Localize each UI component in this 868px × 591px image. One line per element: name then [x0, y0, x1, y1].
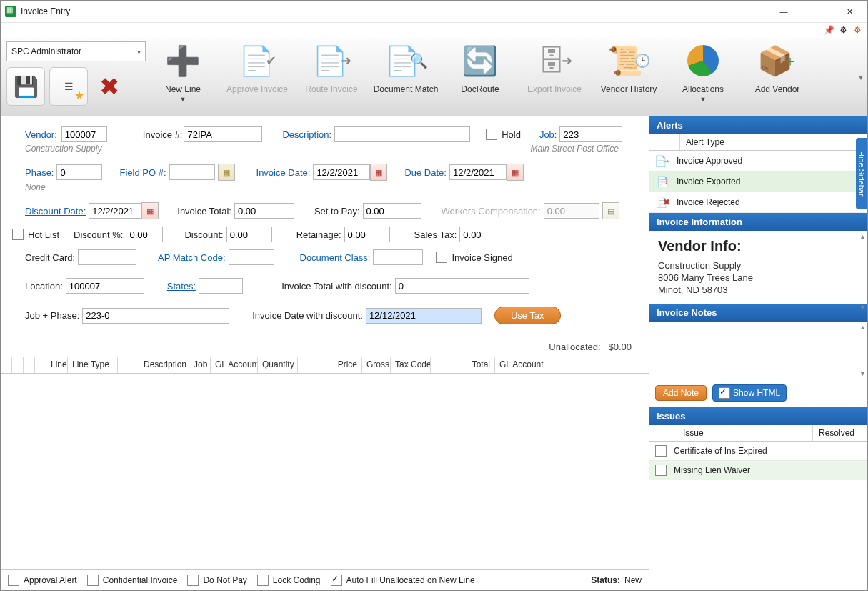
scrollbar[interactable]: ▴▾: [857, 323, 867, 377]
grid-col[interactable]: [35, 357, 46, 373]
description-field[interactable]: [334, 126, 470, 142]
autofill-checkbox[interactable]: [331, 575, 342, 586]
close-button[interactable]: ✕: [833, 1, 866, 21]
notes-area[interactable]: ▴▾: [649, 322, 867, 379]
states-label[interactable]: States:: [167, 281, 196, 292]
job-field[interactable]: [559, 126, 622, 142]
grid-col[interactable]: [1, 357, 12, 373]
discount-date-field[interactable]: [89, 203, 141, 219]
ribbon-overflow-icon[interactable]: ▾: [859, 72, 863, 82]
grid-col[interactable]: Tax Code: [391, 357, 431, 373]
location-field[interactable]: [66, 278, 144, 294]
doc-class-field[interactable]: [373, 249, 423, 265]
dropdown-arrow-icon[interactable]: ▼: [700, 96, 707, 103]
field-po-label[interactable]: Field PO #:: [119, 167, 166, 178]
calendar-icon[interactable]: ▦: [370, 164, 387, 181]
states-field[interactable]: [199, 278, 243, 294]
do-not-pay-checkbox[interactable]: [187, 575, 199, 586]
ribbon-add-vendor[interactable]: 📦＋ Add Vendor: [740, 37, 814, 94]
pin-icon[interactable]: 📌: [823, 24, 834, 36]
alert-row[interactable]: 📄↓Invoice Exported: [649, 172, 867, 192]
vendor-field[interactable]: [61, 126, 107, 142]
ap-match-field[interactable]: [229, 249, 274, 265]
grid-col[interactable]: Job: [189, 357, 211, 373]
ap-match-label[interactable]: AP Match Code:: [158, 252, 225, 263]
user-dropdown[interactable]: SPC Administrator ▾: [6, 41, 146, 61]
minimize-button[interactable]: —: [767, 1, 800, 21]
issue-checkbox[interactable]: [655, 445, 667, 457]
show-html-toggle[interactable]: Show HTML: [712, 384, 787, 402]
lock-coding-checkbox[interactable]: [257, 575, 269, 586]
maximize-button[interactable]: ☐: [800, 1, 833, 21]
gear-icon[interactable]: ⚙: [837, 24, 849, 36]
invoice-signed-checkbox[interactable]: [436, 252, 447, 263]
confidential-checkbox[interactable]: [87, 575, 99, 586]
issue-row[interactable]: Certificate of Ins Expired: [649, 442, 867, 461]
grid-col[interactable]: Line Type: [68, 357, 118, 373]
alert-row[interactable]: 📄✖Invoice Rejected: [649, 192, 867, 213]
po-lookup-icon[interactable]: ▦: [218, 164, 235, 181]
issue-row[interactable]: Missing Lien Waiver: [649, 461, 867, 480]
issue-checkbox[interactable]: [655, 465, 667, 476]
calendar-icon[interactable]: ▦: [141, 202, 159, 219]
grid-col[interactable]: Total: [459, 357, 495, 373]
delete-icon[interactable]: ✖: [92, 69, 126, 104]
phase-label[interactable]: Phase:: [25, 167, 54, 178]
doc-class-label[interactable]: Document Class:: [300, 252, 371, 263]
grid-col[interactable]: [431, 357, 459, 373]
alert-row[interactable]: 📄→Invoice Approved: [649, 151, 867, 172]
discount-pct-field[interactable]: [126, 227, 163, 242]
grid-col[interactable]: Description: [139, 357, 189, 373]
ribbon-document-match[interactable]: 📄🔍 Document Match: [369, 37, 443, 94]
ribbon-vendor-history[interactable]: 📜🕒 Vendor History: [592, 37, 666, 94]
due-date-label[interactable]: Due Date:: [404, 167, 447, 178]
phase-field[interactable]: [56, 164, 102, 180]
discount-field[interactable]: [226, 227, 272, 242]
credit-card-field[interactable]: [78, 249, 136, 265]
grid-col[interactable]: GL Account: [495, 357, 552, 373]
show-html-checkbox[interactable]: [719, 387, 730, 399]
invoice-date-label[interactable]: Invoice Date:: [256, 167, 311, 178]
set-to-pay-field[interactable]: [363, 203, 421, 219]
new-invoice-icon[interactable]: ☰ ★: [49, 67, 88, 106]
invoice-total-field[interactable]: [234, 203, 294, 219]
ribbon-allocations[interactable]: Allocations ▼: [666, 37, 740, 103]
grid-col[interactable]: [24, 357, 35, 373]
vendor-label[interactable]: Vendor:: [25, 129, 57, 140]
hide-sidebar-tab[interactable]: Hide Sidebar: [856, 138, 867, 209]
ribbon-new-line[interactable]: ➕ New Line ▼: [146, 37, 220, 103]
discount-date-label[interactable]: Discount Date:: [25, 206, 86, 217]
grid-col[interactable]: [118, 357, 139, 373]
ribbon-docroute[interactable]: 🔄 DocRoute: [443, 37, 517, 94]
grid-col[interactable]: Quantity: [258, 357, 298, 373]
job-label[interactable]: Job:: [539, 129, 557, 140]
field-po-field[interactable]: [169, 164, 215, 180]
invoice-date-field[interactable]: [313, 164, 370, 180]
calendar-icon[interactable]: ▦: [507, 164, 524, 181]
scrollbar[interactable]: ▴▾: [857, 232, 867, 311]
workers-comp-icon[interactable]: ▤: [602, 202, 619, 219]
add-note-button[interactable]: Add Note: [655, 385, 707, 401]
line-grid-body[interactable]: [1, 374, 649, 570]
save-icon[interactable]: 💾: [6, 67, 45, 106]
date-with-disc-field[interactable]: [366, 308, 482, 324]
gear-alert-icon[interactable]: ⚙: [852, 24, 863, 36]
grid-col[interactable]: GL Account: [211, 357, 258, 373]
description-label[interactable]: Description:: [282, 129, 331, 140]
use-tax-button[interactable]: Use Tax: [494, 307, 561, 324]
invoice-no-field[interactable]: [184, 126, 262, 142]
grid-col[interactable]: [298, 357, 326, 373]
due-date-field[interactable]: [449, 164, 507, 180]
approval-alert-checkbox[interactable]: [8, 575, 19, 586]
retainage-field[interactable]: [344, 227, 390, 242]
job-phase-field[interactable]: [82, 308, 229, 324]
grid-col[interactable]: Price: [326, 357, 362, 373]
grid-col[interactable]: Line: [46, 357, 68, 373]
hot-list-checkbox[interactable]: [12, 229, 24, 240]
total-with-disc-field[interactable]: [395, 278, 529, 294]
grid-col[interactable]: Gross: [362, 357, 391, 373]
sales-tax-field[interactable]: [459, 227, 512, 242]
dropdown-arrow-icon[interactable]: ▼: [180, 96, 186, 103]
grid-col[interactable]: [12, 357, 24, 373]
hold-checkbox[interactable]: [486, 129, 497, 140]
